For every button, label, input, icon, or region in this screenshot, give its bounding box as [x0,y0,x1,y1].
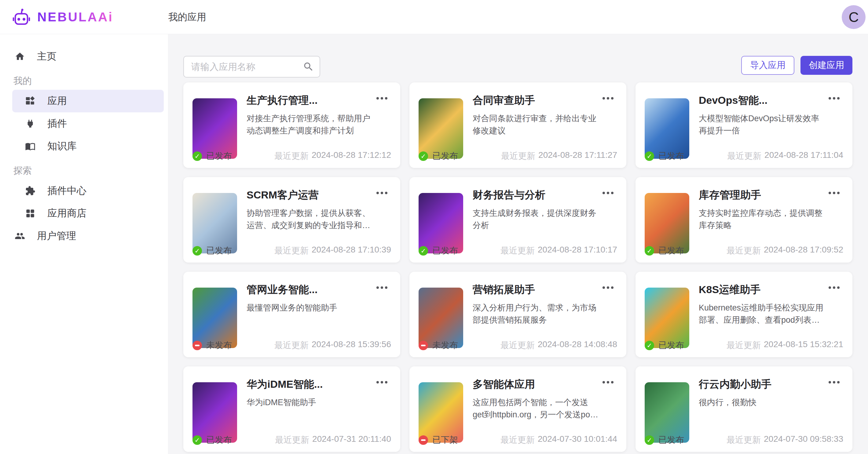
sidebar-item-icon [25,208,35,219]
status-badge: 已发布 [192,150,232,162]
status-icon [418,435,428,445]
user-avatar[interactable]: C [842,5,866,29]
card-footer: 已下架 最近更新 2024-07-30 10:01:44 [418,434,617,446]
card-menu-button[interactable] [601,95,615,101]
updated-time-value: 2024-07-30 09:58:33 [764,434,843,446]
card-menu-button[interactable] [375,285,389,291]
updated-timestamp: 最近更新 2024-08-28 17:09:52 [726,245,843,256]
app-card-description: 支持实时监控库存动态，提供调整库存策略 [699,207,826,231]
brand-name: NEBULAAi [37,10,113,25]
app-card-title: 生产执行管理... [247,93,364,107]
sidebar-section-label: 我的 [13,72,168,90]
sidebar-item-grid[interactable]: 应用商店 [0,202,168,225]
sidebar-item-label: 插件中心 [48,184,87,198]
status-badge: 已发布 [192,434,232,446]
card-footer: 已发布 最近更新 2024-08-28 17:11:04 [645,150,843,162]
sidebar-item-icon [25,96,35,106]
updated-time-value: 2024-08-15 15:32:21 [764,339,843,351]
sidebar-item-users[interactable]: 用户管理 [0,225,168,247]
updated-time-value: 2024-08-28 17:09:52 [764,245,843,256]
status-badge: 未发布 [192,339,232,351]
app-card-description: Kubernetes运维助手轻松实现应用部署、应用删除、查看pod列表、查看..… [699,302,826,326]
card-menu-button[interactable] [601,379,615,385]
updated-prefix-label: 最近更新 [726,339,761,351]
app-card[interactable]: K8S运维助手 Kubernetes运维助手轻松实现应用部署、应用删除、查看po… [636,272,852,357]
updated-timestamp: 最近更新 2024-08-28 15:39:56 [274,339,391,351]
sidebar-item-dashboard[interactable]: 应用 [12,90,164,112]
app-card[interactable]: DevOps智能... 大模型智能体DevOps让研发效率再提升一倍 已发布 最… [636,83,852,168]
updated-timestamp: 最近更新 2024-08-28 17:10:39 [274,245,391,256]
app-card[interactable]: 多智能体应用 这应用包括两个智能，一个发送get到httpbin.org，另一个… [409,366,626,452]
import-app-button[interactable]: 导入应用 [741,56,794,75]
app-card-description: 很内行，很勤快 [699,396,826,409]
card-menu-button[interactable] [827,285,841,291]
updated-time-value: 2024-07-31 20:11:40 [312,434,391,446]
sidebar-item-home[interactable]: 主页 [0,45,168,68]
card-menu-button[interactable] [827,379,841,385]
sidebar-item-book[interactable]: 知识库 [0,135,168,158]
sidebar-item-plug[interactable]: 插件 [0,112,168,135]
ellipsis-icon [376,286,379,289]
updated-time-value: 2024-08-28 17:11:27 [538,150,617,162]
ellipsis-icon [829,192,831,194]
app-card-title: DevOps智能... [699,93,816,107]
card-menu-button[interactable] [601,285,615,291]
updated-time-value: 2024-08-28 17:10:39 [312,245,391,256]
updated-time-value: 2024-08-28 17:12:12 [312,150,391,162]
app-card[interactable]: SCRM客户运营 协助管理客户数据，提供从获客、运营、成交到复购的专业指导和建议… [183,177,400,263]
app-card[interactable]: 生产执行管理... 对接生产执行管理系统，帮助用户动态调整生产调度和排产计划 已… [183,83,400,168]
app-card[interactable]: 营销拓展助手 深入分析用户行为、需求，为市场部提供营销拓展服务 未发布 最近更新… [409,272,626,357]
app-card[interactable]: 财务报告与分析 支持生成财务报表，提供深度财务分析 已发布 最近更新 2024-… [409,177,626,263]
updated-timestamp: 最近更新 2024-08-28 17:10:17 [500,245,617,256]
app-card-title: 营销拓展助手 [473,283,590,297]
card-menu-button[interactable] [375,95,389,101]
card-footer: 未发布 最近更新 2024-08-28 14:08:48 [418,339,617,351]
app-card-title: 财务报告与分析 [473,188,590,202]
card-menu-button[interactable] [375,190,389,196]
status-label: 已发布 [658,245,684,256]
sidebar-item-icon [25,119,35,129]
card-menu-button[interactable] [827,190,841,196]
app-card[interactable]: 行云内勤小助手 很内行，很勤快 已发布 最近更新 2024-07-30 09:5… [636,366,852,452]
sidebar-item-icon [15,51,25,62]
card-menu-button[interactable] [375,379,389,385]
card-menu-button[interactable] [601,190,615,196]
updated-timestamp: 最近更新 2024-07-30 09:58:33 [726,434,843,446]
app-card[interactable]: 管网业务智能... 最懂管网业务的智能助手 未发布 最近更新 2024-08-2… [183,272,400,357]
status-icon [192,152,202,161]
sidebar-nav: 主页 我的 应用 插件 知识库 探索 插件中心 应用商店 用户管理 [0,34,168,454]
app-card-title: 合同审查助手 [473,93,590,107]
card-footer: 已发布 最近更新 2024-08-28 17:10:17 [418,245,617,256]
card-footer: 已发布 最近更新 2024-08-28 17:12:12 [192,150,391,162]
status-label: 已发布 [658,150,684,162]
search-icon[interactable] [303,61,314,72]
app-card-description: 对接生产执行管理系统，帮助用户动态调整生产调度和排产计划 [247,112,373,137]
app-card[interactable]: 华为iDME智能... 华为iDME智能助手 已发布 最近更新 2024-07-… [183,366,400,452]
app-card[interactable]: 库存管理助手 支持实时监控库存动态，提供调整库存策略 已发布 最近更新 2024… [636,177,852,263]
ellipsis-icon [602,286,605,289]
updated-timestamp: 最近更新 2024-08-28 17:11:04 [727,150,843,162]
sidebar-section-label: 探索 [13,162,168,180]
brand-logo[interactable]: NEBULAAi [0,8,168,26]
robot-logo-icon [11,8,31,26]
updated-time-value: 2024-08-28 14:08:48 [538,339,617,351]
ellipsis-icon [376,381,379,384]
app-card[interactable]: 合同审查助手 对合同条款进行审查，并给出专业修改建议 已发布 最近更新 2024… [409,83,626,168]
app-header: NEBULAAi 我的应用 C [0,0,868,34]
sidebar-item-puzzle[interactable]: 插件中心 [0,180,168,202]
app-thumbnail [645,382,689,443]
card-menu-button[interactable] [827,95,841,101]
app-card-description: 深入分析用户行为、需求，为市场部提供营销拓展服务 [473,302,599,326]
create-app-button[interactable]: 创建应用 [801,56,852,75]
sidebar-item-label: 用户管理 [37,229,76,243]
status-label: 未发布 [432,339,458,351]
status-label: 已发布 [658,339,684,351]
card-footer: 已发布 最近更新 2024-08-15 15:32:21 [645,339,843,351]
search-input[interactable] [183,56,320,77]
ellipsis-icon [829,381,831,384]
status-label: 未发布 [206,339,232,351]
app-card-description: 协助管理客户数据，提供从获客、运营、成交到复购的专业指导和建议 [247,207,373,231]
sidebar-item-icon [15,231,25,241]
sidebar-item-icon [25,141,35,152]
updated-prefix-label: 最近更新 [500,434,535,446]
